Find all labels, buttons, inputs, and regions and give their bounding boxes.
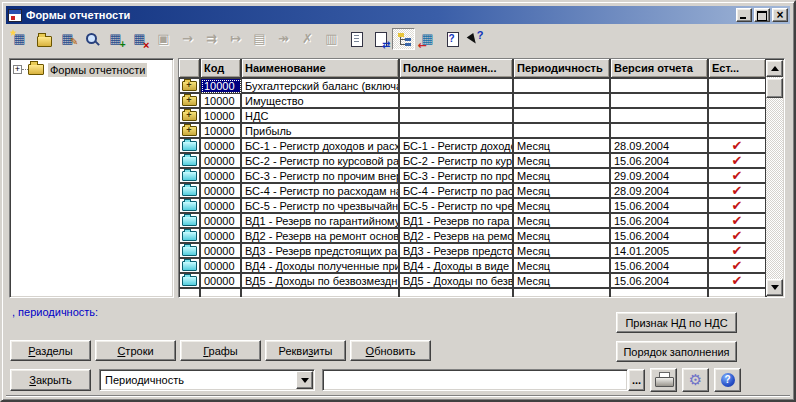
pages-button[interactable] bbox=[248, 28, 271, 50]
est-cell bbox=[709, 109, 767, 124]
maximize-button[interactable] bbox=[754, 8, 770, 22]
expand-plus-icon[interactable] bbox=[13, 65, 22, 74]
parameter-input[interactable] bbox=[322, 369, 628, 391]
find-button[interactable] bbox=[80, 28, 103, 50]
merge-button[interactable] bbox=[272, 28, 295, 50]
name-cell: БС-3 - Регистр по прочим внер bbox=[242, 169, 400, 184]
table-row[interactable]: 00000 БС-4 - Регистр по расходам на БС-4… bbox=[179, 184, 767, 199]
row-icon-cell bbox=[179, 154, 201, 169]
context-help-button[interactable] bbox=[464, 28, 487, 50]
browse-button[interactable]: ... bbox=[628, 369, 645, 391]
window-bottom-edge bbox=[6, 395, 790, 397]
column-header: Наименование bbox=[242, 59, 400, 79]
table-refresh-button[interactable] bbox=[416, 28, 439, 50]
rows-button[interactable]: Строки bbox=[95, 340, 176, 361]
move-to-end-button[interactable] bbox=[224, 28, 247, 50]
est-cell bbox=[709, 199, 767, 214]
folder-icon bbox=[182, 111, 197, 121]
table-row[interactable]: 00000 ВД5 - Доходы по безвозмездн ВД5 - … bbox=[179, 274, 767, 289]
refresh-button[interactable]: Обновить bbox=[350, 340, 431, 361]
copy-button[interactable] bbox=[320, 28, 343, 50]
name-cell: Имущество bbox=[242, 94, 400, 109]
est-cell bbox=[709, 94, 767, 109]
table-row[interactable]: 10000 НДС bbox=[179, 109, 767, 124]
deactivate-icon bbox=[300, 31, 316, 47]
table-panel: КодНаименованиеПолное наимен...Периодичн… bbox=[178, 58, 785, 298]
row-icon-cell bbox=[179, 244, 201, 259]
name-cell: ВД4 - Доходы полученные при bbox=[242, 259, 400, 274]
move-rows-button[interactable] bbox=[200, 28, 223, 50]
columns-button[interactable]: Графы bbox=[180, 340, 261, 361]
period-cell: Месяц bbox=[514, 214, 611, 229]
hierarchy-icon bbox=[396, 31, 412, 47]
chevron-down-icon bbox=[301, 378, 309, 387]
scroll-thumb[interactable] bbox=[766, 78, 783, 98]
scroll-down-button[interactable] bbox=[766, 279, 783, 296]
version-cell: 15.06.2004 bbox=[611, 229, 709, 244]
tree-item-forms[interactable]: Формы отчетности bbox=[11, 62, 172, 77]
document-button[interactable] bbox=[344, 28, 367, 50]
sections-button[interactable]: Разделы bbox=[10, 340, 91, 361]
table-row[interactable]: 00000 ВД2 - Резерв на ремонт основ ВД2 -… bbox=[179, 229, 767, 244]
periodicity-select[interactable]: Периодичность bbox=[99, 369, 315, 391]
table-row[interactable]: 00000 БС-3 - Регистр по прочим внер БС-3… bbox=[179, 169, 767, 184]
period-cell: Месяц bbox=[514, 244, 611, 259]
name-cell: ВД3 - Резерв предстоящих ра bbox=[242, 244, 400, 259]
name-cell: БС-1 - Регистр доходов и расх bbox=[242, 139, 400, 154]
table-row[interactable]: 10000 Прибыль bbox=[179, 124, 767, 139]
help-button[interactable] bbox=[440, 28, 463, 50]
name-cell: БС-2 - Регистр по курсовой ра bbox=[242, 154, 400, 169]
hierarchy-view-button[interactable] bbox=[392, 28, 415, 50]
fill-order-button[interactable]: Порядок заполнения bbox=[616, 341, 737, 362]
titlebar-close-button[interactable] bbox=[772, 8, 788, 22]
button-label-part: Рекви bbox=[279, 345, 309, 357]
full-name-cell: БС-1 - Регистр доходо bbox=[400, 139, 514, 154]
row-icon-cell bbox=[179, 259, 201, 274]
close-window-button[interactable]: Закрыть bbox=[10, 369, 91, 391]
transfer-button[interactable] bbox=[368, 28, 391, 50]
period-cell: Месяц bbox=[514, 154, 611, 169]
code-cell: 00000 bbox=[201, 169, 242, 184]
est-cell bbox=[709, 169, 767, 184]
row-icon-cell bbox=[179, 79, 201, 94]
button-mnemonic: З bbox=[29, 374, 36, 386]
full-name-cell bbox=[400, 109, 514, 124]
delete-row-button[interactable] bbox=[128, 28, 151, 50]
tree-panel: Формы отчетности bbox=[9, 58, 174, 298]
dropdown-arrow-button[interactable] bbox=[296, 371, 313, 389]
add-row-button[interactable] bbox=[104, 28, 127, 50]
vertical-scrollbar[interactable] bbox=[766, 60, 783, 296]
open-folder-button[interactable] bbox=[32, 28, 55, 50]
table-row[interactable]: 00000 БС-1 - Регистр доходов и расх БС-1… bbox=[179, 139, 767, 154]
table-row[interactable]: 00000 БС-5 - Регистр по чрезвычайн БС-5 … bbox=[179, 199, 767, 214]
nd-nds-flag-button[interactable]: Признак НД по НДС bbox=[616, 312, 737, 333]
move-right-button[interactable] bbox=[176, 28, 199, 50]
table-row[interactable]: 00000 БС-2 - Регистр по курсовой ра БС-2… bbox=[179, 154, 767, 169]
row-icon-cell bbox=[179, 229, 201, 244]
copy-rows-button[interactable] bbox=[152, 28, 175, 50]
version-cell: 14.01.2005 bbox=[611, 244, 709, 259]
settings-button[interactable]: ⚙ bbox=[682, 368, 709, 392]
deactivate-button[interactable] bbox=[296, 28, 319, 50]
gear-icon: ⚙ bbox=[689, 373, 702, 388]
period-cell: Месяц bbox=[514, 139, 611, 154]
edit-form-button[interactable] bbox=[56, 28, 79, 50]
code-cell: 00000 bbox=[201, 229, 242, 244]
table-row[interactable]: 00000 ВД1 - Резерв по гарантийному ВД1 -… bbox=[179, 214, 767, 229]
help-dialog-button[interactable]: ? bbox=[714, 368, 741, 392]
attributes-button[interactable]: Реквизиты bbox=[265, 340, 346, 361]
tree-item-label: Формы отчетности bbox=[48, 63, 147, 77]
table-row[interactable]: 10000 Имущество bbox=[179, 94, 767, 109]
new-form-button[interactable] bbox=[8, 28, 31, 50]
table-row[interactable]: 00000 ВД4 - Доходы полученные при ВД4 - … bbox=[179, 259, 767, 274]
scroll-up-button[interactable] bbox=[766, 60, 783, 77]
new-form-icon bbox=[12, 31, 28, 47]
folder-icon bbox=[182, 246, 197, 256]
full-name-cell bbox=[400, 79, 514, 94]
table-row[interactable]: 10000 Бухгалтерский баланс (включа bbox=[179, 79, 767, 94]
version-cell bbox=[611, 79, 709, 94]
code-cell: 10000 bbox=[201, 124, 242, 139]
minimize-button[interactable] bbox=[736, 8, 752, 22]
table-row[interactable]: 00000 ВД3 - Резерв предстоящих ра ВД3 - … bbox=[179, 244, 767, 259]
print-button[interactable] bbox=[650, 368, 677, 392]
